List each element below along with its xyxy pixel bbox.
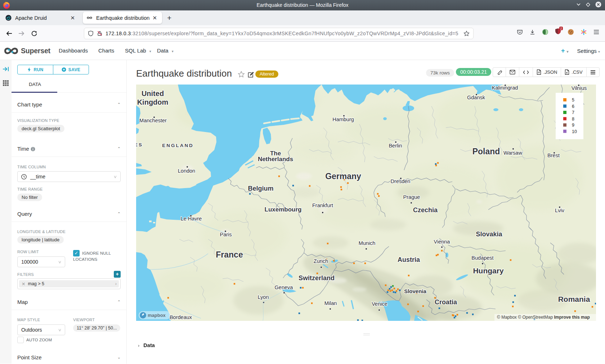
svg-text:Budapest: Budapest bbox=[471, 255, 493, 261]
svg-text:London: London bbox=[178, 168, 195, 174]
svg-text:Switzerland: Switzerland bbox=[299, 274, 335, 282]
svg-text:Poland: Poland bbox=[472, 147, 500, 156]
svg-text:Slovakia: Slovakia bbox=[476, 231, 502, 238]
svg-text:Venice: Venice bbox=[372, 301, 387, 307]
svg-text:Slovenia: Slovenia bbox=[404, 288, 426, 294]
svg-text:Lviv: Lviv bbox=[555, 208, 565, 213]
svg-text:Paris: Paris bbox=[220, 232, 232, 237]
svg-text:Munich: Munich bbox=[359, 240, 376, 246]
svg-text:Zurich: Zurich bbox=[314, 258, 328, 264]
svg-text:Bordeaux: Bordeaux bbox=[170, 314, 192, 320]
svg-text:Frankfurt: Frankfurt bbox=[312, 203, 333, 208]
svg-text:Lyon: Lyon bbox=[258, 294, 269, 300]
svg-text:United: United bbox=[142, 90, 164, 97]
svg-text:5: 5 bbox=[572, 97, 574, 103]
svg-text:Hamburg: Hamburg bbox=[332, 117, 354, 122]
svg-text:Austria: Austria bbox=[398, 256, 420, 263]
svg-text:ES: ES bbox=[136, 142, 143, 147]
svg-text:Croatia: Croatia bbox=[435, 299, 457, 306]
svg-text:Romania: Romania bbox=[558, 295, 590, 303]
svg-text:9: 9 bbox=[572, 123, 574, 128]
svg-text:Kingdom: Kingdom bbox=[137, 98, 169, 106]
svg-text:Warsaw: Warsaw bbox=[503, 150, 522, 156]
svg-text:6: 6 bbox=[572, 104, 574, 109]
svg-text:Czechia: Czechia bbox=[413, 206, 438, 214]
svg-text:Manchester: Manchester bbox=[139, 118, 167, 123]
svg-text:Berlin: Berlin bbox=[389, 143, 402, 149]
svg-text:Geneva: Geneva bbox=[275, 285, 293, 290]
svg-text:ENGLAND: ENGLAND bbox=[162, 143, 194, 148]
svg-text:7: 7 bbox=[572, 110, 574, 115]
svg-text:Netherlands: Netherlands bbox=[258, 156, 293, 163]
svg-text:Prague: Prague bbox=[403, 194, 420, 200]
svg-text:Hungary: Hungary bbox=[473, 267, 504, 275]
svg-text:© Mapbox © OpenStreetMap Impro: © Mapbox © OpenStreetMap Improve this ma… bbox=[497, 315, 590, 320]
svg-text:Belgium: Belgium bbox=[248, 185, 273, 192]
svg-text:Luxembourg: Luxembourg bbox=[265, 206, 302, 213]
svg-text:8: 8 bbox=[572, 117, 574, 122]
svg-text:Vienna: Vienna bbox=[434, 239, 451, 245]
svg-text:Milan: Milan bbox=[324, 300, 337, 306]
svg-text:10: 10 bbox=[572, 129, 577, 134]
svg-text:Germany: Germany bbox=[325, 172, 361, 181]
svg-text:France: France bbox=[216, 250, 243, 259]
svg-text:mapbox: mapbox bbox=[148, 313, 166, 318]
